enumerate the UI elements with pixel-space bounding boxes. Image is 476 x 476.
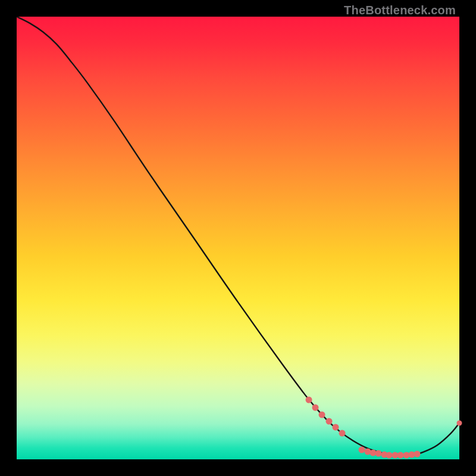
data-point [325, 418, 332, 425]
data-point [319, 411, 325, 418]
data-point [457, 420, 462, 425]
data-point [332, 424, 339, 431]
chart-stage: TheBottleneck.com [0, 0, 476, 476]
data-point [306, 396, 312, 403]
data-point [339, 430, 345, 437]
data-point [312, 404, 319, 411]
curve-svg [17, 17, 459, 459]
data-point [414, 450, 421, 457]
watermark-text: TheBottleneck.com [344, 4, 456, 17]
curve-path [17, 17, 459, 455]
plot-area [17, 17, 459, 459]
